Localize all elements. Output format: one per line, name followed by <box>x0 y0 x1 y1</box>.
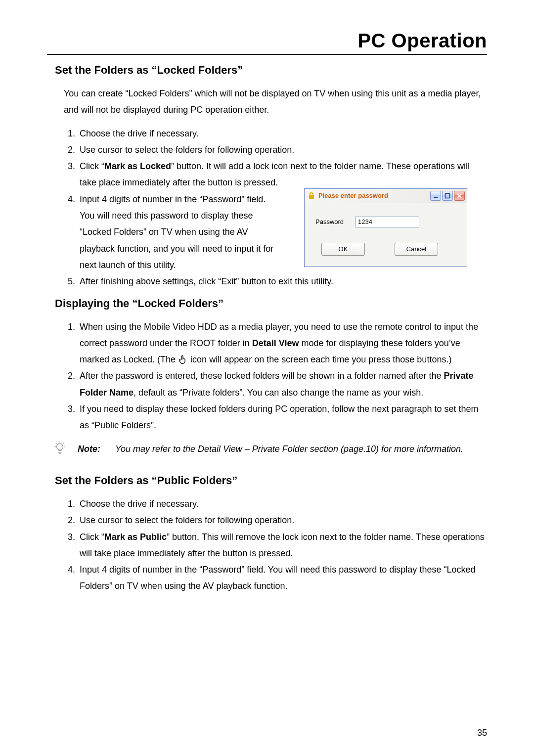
password-label: Password <box>315 216 355 228</box>
locked-step-3: Click “Mark as Locked” button. It will a… <box>78 158 487 191</box>
public-step-3: Click “Mark as Public” button. This will… <box>78 529 487 562</box>
list-item-text: Click “ <box>80 161 104 171</box>
locked-step-2: Use cursor to select the folders for fol… <box>78 142 487 158</box>
lock-icon <box>308 192 315 200</box>
list-item-text: Input 4 digits of number in the “Passwor… <box>80 565 475 591</box>
svg-point-2 <box>57 444 63 450</box>
list-item-text: Use cursor to select the folders for fol… <box>80 515 294 525</box>
dialog-titlebar[interactable]: Please enter password <box>305 189 467 203</box>
svg-rect-1 <box>445 193 450 198</box>
public-step-2: Use cursor to select the folders for fol… <box>78 512 487 529</box>
svg-line-6 <box>56 443 57 444</box>
maximize-button[interactable] <box>442 191 453 201</box>
close-button[interactable] <box>454 191 465 201</box>
locked-step-5: After finishing above settings, click “E… <box>78 273 487 290</box>
svg-line-7 <box>63 443 64 444</box>
chapter-title: PC Operation <box>47 30 487 55</box>
ok-button[interactable]: OK <box>321 243 365 256</box>
public-steps: Choose the drive if necessary. Use curso… <box>55 496 487 595</box>
intro-text: You can create “Locked Folders” which wi… <box>64 86 487 119</box>
public-step-1: Choose the drive if necessary. <box>78 496 487 512</box>
list-item-text: After the password is entered, these loc… <box>80 371 444 381</box>
public-step-4: Input 4 digits of number in the “Passwor… <box>78 562 487 595</box>
note-text: You may refer to the Detail View – Priva… <box>115 441 463 457</box>
display-step-2: After the password is entered, these loc… <box>78 368 487 401</box>
minimize-button[interactable] <box>430 191 441 201</box>
list-item-text: Use cursor to select the folders for fol… <box>80 145 294 155</box>
password-input[interactable] <box>355 217 419 227</box>
list-item-text: Choose the drive if necessary. <box>80 499 199 509</box>
list-item-text: Click “ <box>80 532 104 542</box>
note: Note: You may refer to the Detail View –… <box>53 441 487 457</box>
cancel-button[interactable]: Cancel <box>395 243 438 256</box>
list-item-text: Choose the drive if necessary. <box>80 129 199 138</box>
list-item-text: After finishing above settings, click “E… <box>80 276 333 286</box>
password-dialog: Please enter password <box>304 188 467 267</box>
display-steps: When using the Mobile Video HDD as a med… <box>55 319 487 434</box>
display-step-1: When using the Mobile Video HDD as a med… <box>78 319 487 368</box>
locked-step-4: Input 4 digits of number in the “Passwor… <box>78 191 487 273</box>
lightbulb-icon <box>53 441 67 455</box>
page-number: 35 <box>477 728 487 738</box>
svg-rect-0 <box>434 197 438 198</box>
section-heading-locked: Set the Folders as “Locked Folders” <box>55 64 487 77</box>
bold-term: Detail View <box>252 338 299 348</box>
section-heading-display: Displaying the “Locked Folders” <box>55 297 487 310</box>
dialog-title: Please enter password <box>318 190 430 202</box>
locked-steps: Choose the drive if necessary. Use curso… <box>55 126 487 290</box>
section-heading-public: Set the Folders as “Public Folders” <box>55 474 487 487</box>
hand-icon <box>178 355 190 364</box>
display-step-3: If you need to display these locked fold… <box>78 401 487 434</box>
list-item-text: If you need to display these locked fold… <box>80 404 478 430</box>
list-item-text: , default as “Private folders”. You can … <box>134 388 423 398</box>
locked-step-1: Choose the drive if necessary. <box>78 126 487 142</box>
list-item-text: Input 4 digits of number in the “Passwor… <box>80 194 273 270</box>
note-label: Note: <box>78 441 100 457</box>
bold-term: Mark as Public <box>104 532 167 542</box>
list-item-text: icon will appear on the screen each time… <box>190 355 451 364</box>
bold-term: Mark as Locked <box>104 161 171 171</box>
